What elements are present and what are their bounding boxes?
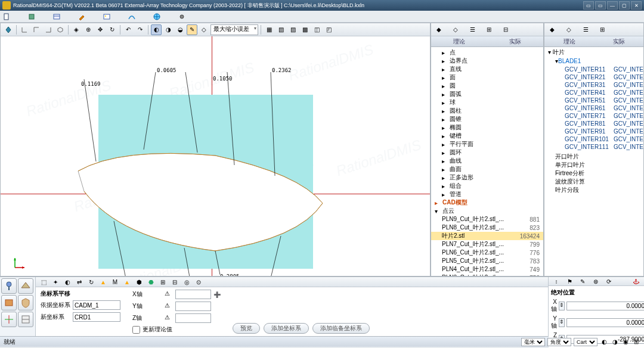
- vp-opt1-icon[interactable]: ▦: [264, 24, 274, 35]
- mode-probe-icon[interactable]: [1, 278, 17, 294]
- vp-nav-icon[interactable]: [3, 24, 14, 35]
- feat-item[interactable]: ▸圆环: [431, 148, 543, 157]
- blade-tab2-icon[interactable]: ◇: [565, 26, 573, 34]
- status-coord-select[interactable]: Cart: [574, 338, 597, 346]
- gcv-item[interactable]: GCV_INTER91: [547, 128, 609, 136]
- feat-item[interactable]: ▸曲面: [431, 165, 543, 173]
- vp-fit-icon[interactable]: ◈: [71, 24, 82, 35]
- ct-ico-4[interactable]: ⇄: [75, 278, 83, 286]
- ct-add-button[interactable]: 添加坐标系: [264, 323, 309, 334]
- vp-undo-icon[interactable]: ↶: [123, 24, 134, 35]
- gcv-item[interactable]: GCV_INTER101: [547, 136, 609, 144]
- blade-tree[interactable]: ▾ 叶片▾ BLADE1GCV_INTER11GCV_INTER21GCV_IN…: [544, 47, 643, 276]
- vp-mode3-icon[interactable]: ◒: [175, 24, 185, 35]
- feat-item[interactable]: ▸圆柱: [431, 107, 543, 115]
- blade-extra-item[interactable]: 波纹度计算: [544, 178, 643, 186]
- ap-ico-4[interactable]: ⊛: [592, 277, 600, 285]
- vp-opt3-icon[interactable]: ▨: [287, 24, 298, 35]
- ct-ico-7[interactable]: M: [111, 278, 119, 286]
- vp-mode4-icon[interactable]: ✎: [187, 24, 197, 35]
- vp-mode2-icon[interactable]: ◑: [163, 24, 174, 35]
- feat-item[interactable]: ▸球: [431, 98, 543, 107]
- mode-table-icon[interactable]: [18, 312, 33, 327]
- ct-ico-6[interactable]: ▲: [99, 278, 107, 286]
- feat-item[interactable]: ▸点: [431, 48, 543, 57]
- feat-item[interactable]: ▸曲线: [431, 157, 543, 165]
- status-angle-select[interactable]: 角度: [547, 338, 571, 346]
- vp-opt4-icon[interactable]: ▩: [299, 24, 310, 35]
- vp-xz-icon[interactable]: [31, 24, 42, 35]
- gcv-item[interactable]: GCV_INTER41: [547, 89, 609, 97]
- gcv-item[interactable]: GCV_INTER31: [614, 82, 643, 89]
- mode-axis-icon[interactable]: [1, 312, 17, 327]
- feat-item[interactable]: ▸圆锥: [431, 115, 543, 123]
- gcv-item[interactable]: GCV_INTER21: [614, 74, 643, 82]
- feat-item[interactable]: ▸面: [431, 73, 543, 82]
- mode-plane-icon[interactable]: [18, 278, 33, 294]
- ap-y-input[interactable]: [566, 318, 644, 327]
- feat-tab4-icon[interactable]: ⊞: [485, 26, 493, 34]
- blade-extra-item[interactable]: 开口叶片: [544, 153, 643, 161]
- status-ico-4[interactable]: ⊞: [632, 338, 640, 346]
- gcv-item[interactable]: GCV_INTER11: [547, 66, 609, 74]
- vp-pan-icon[interactable]: ✥: [95, 24, 106, 35]
- feat-item[interactable]: ▸管道: [431, 190, 543, 198]
- feat-item[interactable]: ▸圆弧: [431, 90, 543, 98]
- feature-tree[interactable]: ▸点▸边界点▸直线▸面▸圆▸圆弧▸球▸圆柱▸圆锥▸椭圆▸键槽▸平行平面▸圆环▸曲…: [431, 47, 543, 276]
- gcv-item[interactable]: GCV_INTER31: [547, 82, 609, 89]
- feat-item[interactable]: ▸直线: [431, 65, 543, 73]
- ct-z-input[interactable]: [175, 313, 211, 323]
- gcv-item[interactable]: GCV_INTER81: [547, 120, 609, 128]
- vp-mode1-icon[interactable]: ◐: [151, 24, 162, 35]
- ct-ico-13[interactable]: ◎: [182, 278, 191, 286]
- gcv-item[interactable]: GCV_INTER111: [614, 144, 643, 151]
- feat-item[interactable]: ▸圆: [431, 82, 543, 90]
- gcv-item[interactable]: GCV_INTER51: [547, 97, 609, 105]
- photo-icon[interactable]: [103, 13, 111, 21]
- pointcloud-item[interactable]: PLN5_Cut_叶片2.stl_...783: [431, 257, 543, 265]
- minimize-button[interactable]: —: [607, 1, 618, 10]
- gcv-item[interactable]: GCV_INTER111: [547, 144, 609, 151]
- feat-item[interactable]: ▸边界点: [431, 57, 543, 65]
- feat-tab3-icon[interactable]: ☰: [468, 26, 476, 34]
- ct-ico-12[interactable]: ⊟: [171, 278, 179, 286]
- auxiliary-window-button-1[interactable]: ▭: [583, 1, 594, 10]
- pointcloud-item[interactable]: PLN3_Cut_叶片2.stl_...753: [431, 274, 543, 276]
- cube-icon[interactable]: [27, 13, 36, 21]
- pointcloud-item[interactable]: PLN4_Cut_叶片2.stl_...749: [431, 265, 543, 274]
- ap-ico-2[interactable]: ⚑: [565, 277, 574, 285]
- brush-icon[interactable]: [78, 13, 86, 21]
- blade-extra-item[interactable]: 单开口叶片: [544, 161, 643, 169]
- blade-node[interactable]: ▾ BLADE1: [544, 57, 643, 65]
- feat-item[interactable]: ▸组合: [431, 182, 543, 190]
- ap-y-spin[interactable]: ⇕: [559, 318, 565, 327]
- ct-ico-5[interactable]: ↻: [87, 278, 95, 286]
- vp-redo-icon[interactable]: ↷: [135, 24, 145, 35]
- feat-item[interactable]: ▸平行平面: [431, 140, 543, 148]
- blade-root[interactable]: ▾ 叶片: [544, 48, 643, 57]
- ap-x-input[interactable]: [566, 302, 644, 310]
- pointcloud-item[interactable]: PLN8_Cut_叶片2.stl_...823: [431, 223, 543, 232]
- ap-joystick-icon[interactable]: 🕹: [632, 277, 640, 285]
- ct-update-checkbox[interactable]: [132, 326, 140, 334]
- gcv-item[interactable]: GCV_INTER11: [614, 66, 643, 74]
- pointcloud-item[interactable]: 叶片2.stl163424: [431, 232, 543, 240]
- vp-precision-combo[interactable]: 最大缩小误差: [210, 24, 258, 35]
- gcv-item[interactable]: GCV_INTER71: [614, 113, 643, 120]
- vp-mode5-icon[interactable]: ◇: [199, 24, 209, 35]
- blade-tab3-icon[interactable]: ☰: [581, 26, 590, 34]
- status-ico-1[interactable]: ◐: [600, 338, 608, 346]
- gcv-item[interactable]: GCV_INTER41: [614, 89, 643, 97]
- status-ico-2[interactable]: ◑: [611, 338, 619, 346]
- ct-ico-2[interactable]: ✦: [51, 278, 60, 286]
- gear-icon[interactable]: [178, 13, 186, 21]
- feat-tab1-icon[interactable]: ◆: [435, 26, 443, 34]
- pointcloud-item[interactable]: PLN6_Cut_叶片2.stl_...776: [431, 248, 543, 257]
- mode-shield-icon[interactable]: [18, 295, 33, 310]
- blade-extra-item[interactable]: Firtree分析: [544, 169, 643, 178]
- pointcloud-header[interactable]: ▾点云: [431, 207, 543, 215]
- ct-ico-8[interactable]: ▲: [123, 278, 131, 286]
- ct-ico-14[interactable]: ⊙: [194, 278, 203, 286]
- pointcloud-item[interactable]: PLN7_Cut_叶片2.stl_...799: [431, 240, 543, 248]
- vp-iso-icon[interactable]: [55, 24, 66, 35]
